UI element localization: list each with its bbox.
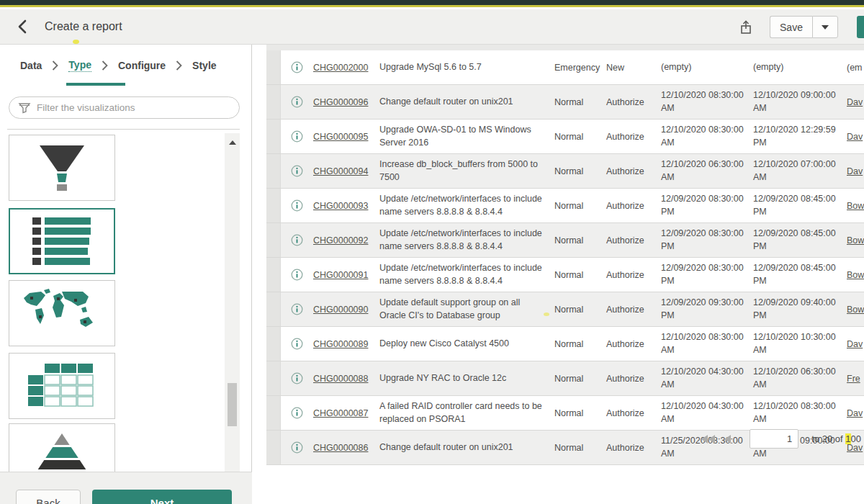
assigned-to-link[interactable]: Bow bbox=[847, 201, 864, 211]
change-number-link[interactable]: CHG0002000 bbox=[313, 63, 368, 73]
priority-text: Normal bbox=[554, 235, 606, 246]
short-description-text: Increase db_block_buffers from 5000 to 7… bbox=[379, 158, 554, 184]
state-text: Authorize bbox=[606, 408, 661, 418]
change-number-link[interactable]: CHG0000094 bbox=[313, 166, 368, 176]
change-number-link[interactable]: CHG0000091 bbox=[313, 270, 368, 280]
start-date-text: 12/09/2020 08:30:00 PM bbox=[661, 193, 753, 218]
info-icon[interactable] bbox=[291, 165, 303, 177]
first-page-icon bbox=[701, 434, 716, 444]
start-date-text: (empty) bbox=[661, 61, 753, 74]
state-text: Authorize bbox=[606, 305, 661, 315]
scroll-up-arrow[interactable] bbox=[225, 136, 240, 149]
table-grid-icon bbox=[21, 358, 103, 414]
short-description-text: Update default support group on all Orac… bbox=[379, 297, 554, 322]
change-number-link[interactable]: CHG0000093 bbox=[313, 201, 368, 211]
chevron-right-icon bbox=[102, 60, 108, 71]
row-gutter bbox=[266, 361, 281, 395]
end-date-text: 12/10/2020 07:00:00 AM bbox=[753, 158, 847, 184]
step-type[interactable]: Type bbox=[68, 59, 91, 72]
assigned-to-link[interactable]: Dav bbox=[847, 132, 863, 142]
assigned-to-link[interactable]: Fre bbox=[847, 374, 860, 384]
wizard-breadcrumb: Data Type Configure Style bbox=[0, 45, 251, 86]
change-number-link[interactable]: CHG0000088 bbox=[313, 374, 368, 384]
priority-text: Normal bbox=[554, 305, 606, 315]
first-page-button[interactable] bbox=[701, 434, 716, 444]
info-icon[interactable] bbox=[291, 130, 303, 143]
info-icon[interactable] bbox=[291, 303, 303, 315]
cursor-highlight-dot bbox=[544, 312, 549, 316]
assigned-to-link[interactable]: Dav bbox=[847, 97, 863, 107]
caret-down-icon bbox=[821, 24, 829, 30]
change-number-link[interactable]: CHG0000089 bbox=[313, 339, 368, 349]
short-description-text: Deploy new Cisco Catalyst 4500 bbox=[379, 338, 554, 351]
start-date-text: 12/10/2020 08:30:00 AM bbox=[661, 124, 753, 149]
change-number-link[interactable]: CHG0000096 bbox=[313, 97, 368, 107]
table-row: CHG0000087 A failed RAID controller card… bbox=[266, 396, 864, 431]
short-description-text: Update /etc/network/interfaces to includ… bbox=[379, 262, 554, 287]
run-button-clipped[interactable] bbox=[857, 16, 864, 38]
save-button[interactable]: Save bbox=[770, 16, 812, 38]
next-button[interactable]: Next bbox=[92, 490, 232, 504]
info-icon[interactable] bbox=[291, 407, 303, 419]
priority-text: Emergency bbox=[554, 63, 606, 73]
page-number-input[interactable] bbox=[750, 429, 798, 449]
table-row: CHG0000091 Update /etc/network/interface… bbox=[266, 258, 864, 292]
filter-visualizations-input[interactable] bbox=[9, 96, 240, 119]
state-text: Authorize bbox=[606, 132, 661, 142]
assigned-to-link[interactable]: Bow bbox=[847, 235, 864, 246]
end-date-text: 12/09/2020 09:40:00 PM bbox=[753, 297, 847, 322]
start-date-text: 12/10/2020 08:30:00 AM bbox=[661, 89, 753, 114]
assigned-to-link[interactable]: Dav bbox=[847, 339, 863, 349]
assigned-to-link[interactable]: Dav bbox=[847, 166, 863, 176]
info-icon[interactable] bbox=[291, 338, 303, 350]
row-gutter bbox=[266, 120, 281, 153]
end-date-text: 12/09/2020 08:45:00 PM bbox=[753, 262, 847, 287]
info-icon[interactable] bbox=[291, 199, 303, 212]
back-button[interactable]: Back bbox=[16, 490, 81, 504]
assigned-to-link[interactable]: (em bbox=[847, 63, 863, 73]
viz-tile-list-chart[interactable] bbox=[9, 208, 115, 274]
step-style[interactable]: Style bbox=[192, 60, 216, 71]
info-icon[interactable] bbox=[291, 96, 303, 108]
row-gutter bbox=[266, 327, 281, 361]
back-arrow-button[interactable] bbox=[13, 17, 32, 36]
short-description-text: Upgrade NY RAC to Oracle 12c bbox=[379, 372, 554, 385]
viz-tile-world-map[interactable] bbox=[9, 280, 115, 346]
info-icon[interactable] bbox=[291, 372, 303, 384]
info-icon[interactable] bbox=[291, 269, 303, 281]
info-icon[interactable] bbox=[291, 61, 303, 73]
priority-text: Normal bbox=[554, 132, 606, 142]
info-icon[interactable] bbox=[291, 234, 303, 246]
world-map-icon bbox=[19, 287, 104, 340]
table-row: CHG0000088 Upgrade NY RAC to Oracle 12c … bbox=[266, 361, 864, 396]
table-row: CHG0000089 Deploy new Cisco Catalyst 450… bbox=[266, 327, 864, 361]
scrollbar-thumb[interactable] bbox=[228, 383, 237, 426]
step-configure[interactable]: Configure bbox=[118, 60, 166, 71]
viz-tile-funnel-chart[interactable] bbox=[9, 135, 115, 201]
step-data[interactable]: Data bbox=[20, 60, 42, 71]
end-date-text: 12/10/2020 08:30:00 AM bbox=[753, 400, 847, 426]
assigned-to-link[interactable]: Bow bbox=[847, 305, 864, 315]
assigned-to-link[interactable]: Bow bbox=[847, 270, 864, 280]
change-number-link[interactable]: CHG0000092 bbox=[313, 235, 368, 246]
change-number-link[interactable]: CHG0000095 bbox=[313, 132, 368, 142]
table-row: CHG0000092 Update /etc/network/interface… bbox=[266, 223, 864, 258]
priority-text: Normal bbox=[554, 339, 606, 349]
change-table-body: CHG0002000 Upgrade MySql 5.6 to 5.7 Emer… bbox=[266, 50, 864, 465]
viz-list-scrollbar[interactable] bbox=[225, 133, 240, 504]
wizard-footer: Back Next bbox=[0, 472, 252, 504]
change-number-link[interactable]: CHG0000087 bbox=[313, 408, 368, 418]
table-row: CHG0000093 Update /etc/network/interface… bbox=[266, 189, 864, 223]
priority-text: Normal bbox=[554, 374, 606, 384]
chevron-right-icon bbox=[52, 60, 58, 71]
short-description-text: A failed RAID controller card needs to b… bbox=[379, 400, 554, 426]
previous-page-button[interactable] bbox=[724, 434, 732, 444]
row-gutter bbox=[266, 154, 281, 188]
save-dropdown-button[interactable] bbox=[812, 16, 838, 38]
short-description-text: Update /etc/network/interfaces to includ… bbox=[379, 228, 554, 253]
end-date-text: (empty) bbox=[753, 61, 847, 74]
change-number-link[interactable]: CHG0000090 bbox=[313, 305, 368, 315]
assigned-to-link[interactable]: Dav bbox=[847, 408, 863, 418]
share-button[interactable] bbox=[735, 17, 757, 38]
viz-tile-table-grid[interactable] bbox=[9, 353, 115, 419]
